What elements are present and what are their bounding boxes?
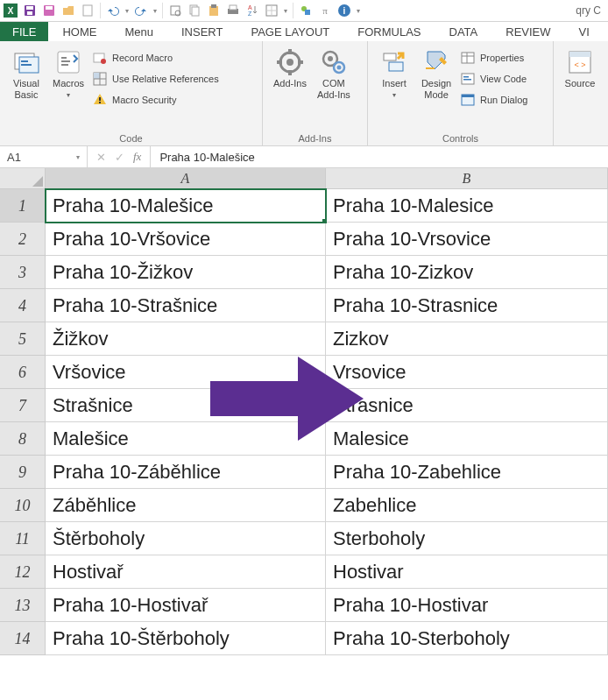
row-header[interactable]: 9: [0, 456, 46, 489]
row-header[interactable]: 5: [0, 322, 46, 356]
cell[interactable]: Žižkov: [46, 322, 326, 356]
paste-icon[interactable]: [207, 4, 221, 18]
info-icon[interactable]: i: [337, 4, 351, 18]
cell[interactable]: Praha 10-Zizkov: [326, 256, 608, 289]
cancel-formula-icon[interactable]: ✕: [96, 151, 106, 164]
tab-home[interactable]: HOME: [48, 22, 110, 41]
addins-icon: [276, 48, 304, 76]
row-header[interactable]: 7: [0, 389, 46, 422]
addins-button[interactable]: Add-Ins: [270, 46, 310, 91]
tab-data[interactable]: DATA: [435, 22, 492, 41]
print-icon[interactable]: [226, 4, 240, 18]
record-macro-button[interactable]: Record Macro: [91, 50, 221, 66]
column-header-a[interactable]: A: [46, 168, 326, 189]
cell[interactable]: Zizkov: [326, 322, 608, 356]
name-box-dropdown-icon[interactable]: ▾: [76, 153, 80, 161]
cell[interactable]: Strašnice: [46, 389, 326, 422]
tab-view[interactable]: VI: [565, 22, 593, 41]
open-icon[interactable]: [61, 4, 75, 18]
insert-control-button[interactable]: Insert ▾: [375, 46, 414, 101]
tab-page-layout[interactable]: PAGE LAYOUT: [237, 22, 343, 41]
insert-function-icon[interactable]: fx: [133, 150, 141, 164]
ribbon-group-controls: Insert ▾ Design Mode Properties View Cod…: [368, 41, 554, 145]
undo-dropdown-icon[interactable]: ▾: [125, 7, 129, 15]
tab-formulas[interactable]: FORMULAS: [343, 22, 435, 41]
redo-dropdown-icon[interactable]: ▾: [153, 7, 157, 15]
properties-button[interactable]: Properties: [459, 50, 529, 66]
qat-separator: [162, 3, 163, 18]
cell[interactable]: Praha 10-Štěrboholy: [46, 622, 326, 655]
macro-security-button[interactable]: Macro Security: [91, 92, 221, 108]
cell[interactable]: Praha 10-Strašnice: [46, 289, 326, 322]
com-addins-button[interactable]: COM Add-Ins: [314, 46, 354, 102]
cell[interactable]: Hostivar: [326, 555, 608, 589]
ribbon-group-code-label: Code: [0, 133, 262, 144]
cell[interactable]: Záběhlice: [46, 489, 326, 522]
cell[interactable]: Praha 10-Hostivař: [46, 589, 326, 622]
copy-icon[interactable]: [187, 4, 201, 18]
design-mode-button[interactable]: Design Mode: [417, 46, 456, 102]
cell[interactable]: Praha 10-Žižkov: [46, 256, 326, 289]
svg-rect-41: [99, 102, 101, 103]
row-header[interactable]: 3: [0, 256, 46, 289]
cell[interactable]: Vršovice: [46, 356, 326, 389]
row-header[interactable]: 1: [0, 189, 46, 223]
use-relative-references-button[interactable]: Use Relative References: [91, 71, 221, 87]
cell[interactable]: Praha 10-Vršovice: [46, 223, 326, 256]
row-header[interactable]: 11: [0, 522, 46, 555]
cell[interactable]: Štěrboholy: [46, 522, 326, 555]
file-tab[interactable]: FILE: [0, 22, 48, 41]
cell[interactable]: Praha 10-Hostivar: [326, 589, 608, 622]
qat-customize-icon[interactable]: ▾: [357, 7, 360, 15]
cell[interactable]: Hostivař: [46, 555, 326, 589]
svg-rect-45: [288, 70, 292, 75]
row-header[interactable]: 13: [0, 589, 46, 622]
column-header-b[interactable]: B: [326, 168, 608, 189]
row-header[interactable]: 6: [0, 356, 46, 389]
cell[interactable]: Sterboholy: [326, 522, 608, 555]
cell[interactable]: Malešice: [46, 422, 326, 456]
confirm-formula-icon[interactable]: ✓: [115, 151, 124, 164]
row-header[interactable]: 8: [0, 422, 46, 456]
cell[interactable]: Malesice: [326, 422, 608, 456]
formula-bar-content[interactable]: Praha 10-Malešice: [151, 151, 263, 164]
cell[interactable]: Praha 10-Vrsovice: [326, 223, 608, 256]
excel-icon[interactable]: X: [4, 4, 18, 18]
macros-button[interactable]: Macros ▾: [49, 46, 88, 101]
cell[interactable]: Praha 10-Záběhlice: [46, 456, 326, 489]
row-header[interactable]: 14: [0, 622, 46, 655]
print-preview-icon[interactable]: [168, 4, 182, 18]
borders-dropdown-icon[interactable]: ▾: [284, 7, 287, 15]
row-header[interactable]: 2: [0, 223, 46, 256]
undo-icon[interactable]: [106, 4, 120, 18]
view-code-button[interactable]: View Code: [459, 71, 529, 87]
row-header[interactable]: 12: [0, 555, 46, 589]
cell[interactable]: Zabehlice: [326, 489, 608, 522]
borders-icon[interactable]: [265, 4, 279, 18]
cell[interactable]: Praha 10-Sterboholy: [326, 622, 608, 655]
cell[interactable]: Praha 10-Malešice: [46, 189, 326, 223]
table-row: 8MalešiceMalesice: [0, 422, 608, 456]
shapes-icon[interactable]: [299, 4, 313, 18]
sort-icon[interactable]: AZ: [245, 4, 259, 18]
select-all-button[interactable]: [0, 168, 46, 189]
cell[interactable]: Vrsovice: [326, 356, 608, 389]
save-icon[interactable]: [23, 4, 37, 18]
row-header[interactable]: 10: [0, 489, 46, 522]
visual-basic-button[interactable]: Visual Basic: [7, 46, 46, 102]
new-icon[interactable]: [81, 4, 95, 18]
tab-menu[interactable]: Menu: [110, 22, 167, 41]
redo-icon[interactable]: [134, 4, 148, 18]
cell[interactable]: Praha 10-Zabehlice: [326, 456, 608, 489]
save-alt-icon[interactable]: [42, 4, 56, 18]
cell[interactable]: Praha 10-Strasnice: [326, 289, 608, 322]
cell[interactable]: Strasnice: [326, 389, 608, 422]
run-dialog-button[interactable]: Run Dialog: [459, 92, 529, 108]
cell[interactable]: Praha 10-Malesice: [326, 189, 608, 223]
tab-review[interactable]: REVIEW: [491, 22, 564, 41]
source-button[interactable]: < > Source: [561, 46, 599, 91]
name-box[interactable]: A1 ▾: [0, 146, 88, 167]
equation-icon[interactable]: π: [318, 4, 332, 18]
tab-insert[interactable]: INSERT: [167, 22, 237, 41]
row-header[interactable]: 4: [0, 289, 46, 322]
